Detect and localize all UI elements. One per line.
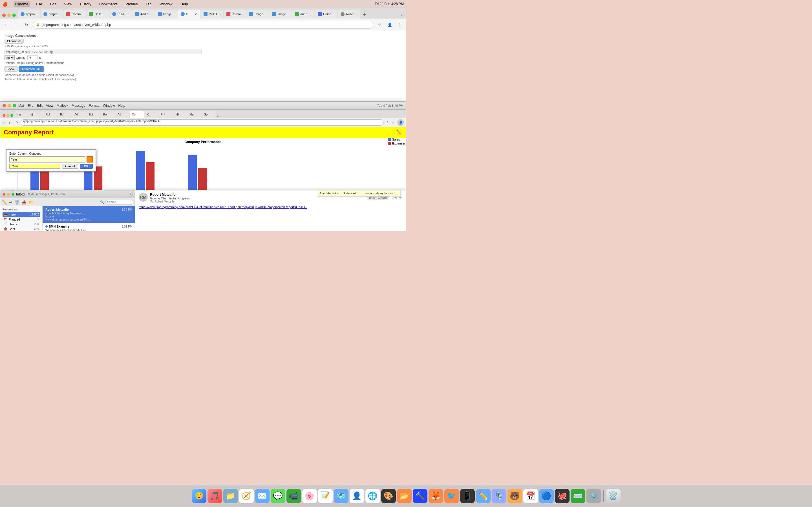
mail-menu-file[interactable]: File — [28, 104, 33, 108]
dialog-input[interactable] — [9, 156, 86, 163]
tab-close-active[interactable]: ✕ — [194, 12, 198, 16]
inner-bookmark[interactable]: ☆ — [391, 120, 396, 124]
url-text[interactable]: rjmprogramming.com.au/convert_wildcard.p… — [42, 23, 111, 27]
inner-profile[interactable]: 👤 — [397, 119, 404, 126]
inner-share[interactable]: ⤴ — [386, 120, 389, 124]
new-tab-button[interactable]: + — [361, 11, 368, 18]
mail-tl-min[interactable] — [8, 104, 11, 107]
menu-item-bookmarks[interactable]: Bookmarks — [98, 1, 119, 7]
tab-rjm1[interactable]: rjmpro... — [18, 10, 40, 18]
mail-menu-format[interactable]: Format — [89, 104, 100, 108]
inner-address-bar[interactable]: rjmprogramming.com.au/PHP/ColumnChart/co… — [20, 119, 384, 126]
mail-menu-mailbox[interactable]: Mailbox — [57, 104, 68, 108]
menu-item-tab[interactable]: Tab — [144, 1, 153, 7]
move-icon[interactable]: 📁 — [29, 200, 34, 205]
apple-menu[interactable]: 🍎 — [2, 1, 8, 7]
sidebar-item-inbox[interactable]: 📥 Inbox 12,862 — [3, 212, 40, 217]
mail-tl-full[interactable] — [13, 104, 16, 107]
dialog-ok-button[interactable]: OK — [80, 164, 93, 169]
inner-tab-ad2[interactable]: Ad — [115, 111, 130, 118]
view-button[interactable]: View — [4, 66, 17, 72]
address-bar[interactable]: 🔒 rjmprogramming.com.au/convert_wildcard… — [33, 21, 373, 29]
sidebar-item-flagged[interactable]: 🚩 Flagged 95 — [3, 217, 40, 222]
inner-tab-edi[interactable]: Edi — [87, 111, 101, 118]
menu-item-profiles[interactable]: Profiles — [124, 1, 139, 7]
animated-gif-button[interactable]: Animated GIF — [18, 66, 44, 72]
mail-panel-tl-close[interactable] — [3, 193, 5, 196]
tab-haiku[interactable]: Haiku — [87, 10, 109, 18]
refresh-button[interactable]: ↻ — [22, 21, 31, 29]
email-url-link[interactable]: https://www.rjmprogramming.com.au/PHP/Co… — [139, 205, 402, 209]
traffic-light-fullscreen[interactable] — [12, 13, 16, 17]
tab-image3[interactable]: Image... — [269, 10, 292, 18]
tab-phpl[interactable]: PHP L... — [201, 10, 223, 18]
inner-forward[interactable]: ▷ — [8, 120, 13, 124]
tab-comm2[interactable]: Comm... — [223, 10, 246, 18]
forward-button[interactable]: → — [12, 21, 20, 29]
mail-panel-tl-min[interactable] — [7, 193, 10, 196]
mail-panel-tl-full[interactable] — [11, 193, 14, 196]
menu-item-file[interactable]: File — [35, 1, 44, 7]
inner-back[interactable]: ◁ — [2, 120, 6, 124]
tab-unico[interactable]: ⓘ Unico... — [315, 10, 338, 18]
inner-tab-ph[interactable]: PH — [158, 111, 172, 118]
tab-rjmf[interactable]: RJM F... — [109, 10, 132, 18]
inner-tab-go[interactable]: Go — [202, 111, 216, 118]
inner-tab-ad1[interactable]: Ad — [72, 111, 86, 118]
tab-comm1[interactable]: Comm... — [63, 10, 86, 18]
inner-tl-close[interactable] — [3, 114, 5, 117]
menu-item-edit[interactable]: Edit — [48, 1, 58, 7]
archive-icon[interactable]: 📥 — [22, 200, 27, 205]
quality-input[interactable] — [28, 55, 38, 60]
tab-overflow[interactable]: ⌵ — [401, 12, 404, 18]
inner-tl-min[interactable] — [6, 114, 9, 117]
inner-tab-ma[interactable]: Ma — [187, 111, 201, 118]
mail-menu-view[interactable]: View — [46, 104, 53, 108]
profile-button[interactable]: 👤 — [386, 21, 394, 29]
reply-icon[interactable]: ↩ — [9, 200, 12, 205]
tab-image2[interactable]: Image... — [246, 10, 269, 18]
choose-file-button[interactable]: Choose file — [4, 39, 24, 44]
inner-tab-co[interactable]: Co — [130, 111, 144, 118]
delete-icon[interactable]: 🗑️ — [15, 200, 19, 205]
mail-menu-window[interactable]: Window — [103, 104, 115, 108]
inner-tab-overflow[interactable]: ⌵ — [216, 114, 220, 118]
type-selector[interactable]: jpg — [4, 55, 15, 60]
menu-item-help[interactable]: Help — [179, 1, 190, 7]
bookmark-button[interactable]: ☆ — [375, 21, 384, 29]
mail-item-smh[interactable]: SMH Examine 8:01 PM Waking up still feel… — [43, 223, 135, 231]
dialog-cancel-button[interactable]: Cancel — [62, 164, 78, 169]
inner-tab-rji[interactable]: RJI — [58, 111, 72, 118]
sidebar-item-sent[interactable]: 📤 Sent 846 — [3, 226, 40, 231]
more-button[interactable]: ⋮ — [396, 21, 404, 29]
sidebar-item-drafts[interactable]: 📄 Drafts 290 — [3, 222, 40, 226]
inner-refresh[interactable]: ↻ — [14, 120, 19, 124]
tab-image1[interactable]: Image... — [155, 10, 177, 18]
tab-rjm2[interactable]: rjmpro... — [41, 10, 63, 18]
tab-durip[interactable]: durip... — [292, 10, 315, 18]
inner-tab-rjm1[interactable]: rjm — [15, 111, 29, 118]
traffic-light-close[interactable] — [2, 13, 6, 17]
back-button[interactable]: ← — [2, 21, 10, 29]
tab-in-active[interactable]: In ✕ — [178, 10, 200, 18]
inner-tab-rol[interactable]: Rol — [43, 111, 57, 118]
compose-icon[interactable]: ✏️ — [2, 200, 7, 205]
mail-search-input[interactable] — [105, 200, 133, 205]
mail-menu-edit[interactable]: Edit — [37, 104, 43, 108]
mail-menu-mail[interactable]: Mail — [18, 104, 24, 108]
tab-rober[interactable]: Rober... — [338, 10, 360, 18]
inner-tab-por[interactable]: Por — [101, 111, 115, 118]
menu-item-chrome[interactable]: Chrome — [13, 1, 30, 7]
menu-item-history[interactable]: History — [79, 1, 93, 7]
menu-item-window[interactable]: Window — [158, 1, 174, 7]
inner-tab-rjm2[interactable]: rjm — [29, 111, 43, 118]
mail-item-robert[interactable]: Robert Metcalfe 8:39 PM Google Chart Ent… — [43, 206, 135, 223]
mail-menu-help[interactable]: Help — [118, 104, 125, 108]
inner-tab-1t2[interactable]: ~1t — [173, 111, 187, 118]
traffic-light-minimize[interactable] — [7, 13, 11, 17]
inner-tab-1t1[interactable]: ~1t — [144, 111, 158, 118]
tab-adda[interactable]: Add a... — [132, 10, 155, 18]
inner-tl-full[interactable] — [10, 114, 13, 117]
menu-item-view[interactable]: View — [63, 1, 74, 7]
mail-tl-close[interactable] — [3, 104, 6, 107]
